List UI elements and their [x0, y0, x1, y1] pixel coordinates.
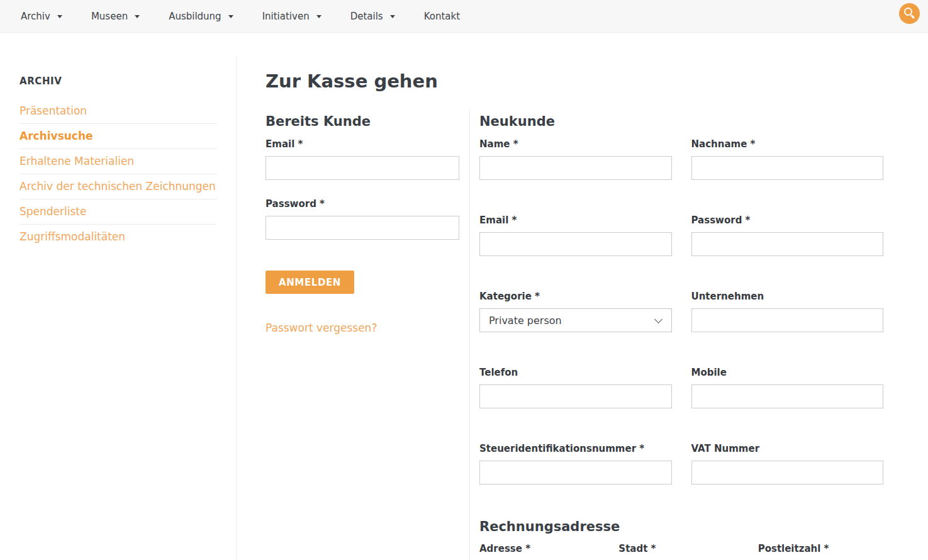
page-title: Zur Kasse gehen	[266, 72, 928, 91]
register-column: Neukunde Name * Nachname * Email *	[479, 114, 883, 560]
sidebar-item-spenderliste[interactable]: Spenderliste	[20, 199, 217, 225]
name-input[interactable]	[479, 156, 672, 180]
nav-item-label: Archiv	[21, 11, 50, 22]
sidebar-item-zugriffsmodalitaeten[interactable]: Zugriffsmodalitäten	[20, 225, 217, 249]
sidebar: ARCHIV Präsentation Archivsuche Erhalten…	[0, 33, 236, 560]
register-field-grid: Name * Nachname * Email * Password *	[479, 138, 883, 519]
main-content: Zur Kasse gehen Bereits Kunde Email * Pa…	[236, 33, 928, 560]
register-heading: Neukunde	[479, 114, 883, 129]
login-email-field: Email *	[266, 138, 459, 180]
main-nav: Archiv Museen Ausbildung Initiativen Det…	[6, 11, 474, 22]
nav-item-label: Kontakt	[424, 11, 460, 22]
login-password-label: Password *	[266, 198, 459, 210]
adresse-label: Adresse *	[479, 543, 605, 555]
nav-item-details[interactable]: Details	[336, 11, 410, 22]
vat-label: VAT Nummer	[691, 443, 884, 455]
kategorie-label: Kategorie *	[479, 291, 672, 303]
nachname-field: Nachname *	[691, 138, 884, 180]
nav-item-label: Museen	[91, 11, 128, 22]
nav-item-initiativen[interactable]: Initiativen	[248, 11, 336, 22]
nachname-input[interactable]	[691, 156, 884, 180]
billing-field-grid: Adresse * Stadt * Postleitzahl *	[479, 543, 883, 560]
unternehmen-label: Unternehmen	[691, 291, 884, 303]
steuernummer-field: Steueridentifikationsnummer *	[479, 443, 672, 484]
register-email-input[interactable]	[479, 232, 672, 256]
sidebar-item-praesentation[interactable]: Präsentation	[20, 99, 217, 124]
adresse-field: Adresse *	[479, 543, 605, 560]
name-label: Name *	[479, 138, 672, 150]
nav-item-kontakt[interactable]: Kontakt	[410, 11, 474, 22]
checkout-section: Bereits Kunde Email * Password * ANMELDE…	[266, 114, 928, 560]
mobile-label: Mobile	[691, 367, 884, 379]
search-button[interactable]	[899, 3, 920, 24]
anmelden-button[interactable]: ANMELDEN	[266, 271, 354, 294]
name-field: Name *	[479, 138, 672, 180]
register-password-input[interactable]	[691, 232, 884, 256]
sidebar-menu: Präsentation Archivsuche Erhaltene Mater…	[20, 99, 217, 249]
login-password-field: Password *	[266, 198, 459, 240]
nav-item-ausbildung[interactable]: Ausbildung	[154, 11, 248, 22]
page-layout: ARCHIV Präsentation Archivsuche Erhalten…	[0, 33, 928, 560]
forgot-password-link[interactable]: Passwort vergessen?	[266, 322, 377, 334]
chevron-down-icon	[654, 315, 662, 323]
dropdown-caret-icon	[135, 15, 140, 18]
nachname-label: Nachname *	[691, 138, 884, 150]
register-password-field: Password *	[691, 215, 884, 256]
sidebar-item-erhaltene-materialien[interactable]: Erhaltene Materialien	[20, 149, 217, 174]
sidebar-item-archiv-technische-zeichnungen[interactable]: Archiv der technischen Zeichnungen	[20, 174, 217, 199]
sidebar-title: ARCHIV	[20, 76, 217, 87]
mobile-input[interactable]	[691, 384, 884, 408]
login-email-input[interactable]	[266, 156, 459, 180]
nav-item-museen[interactable]: Museen	[77, 11, 154, 22]
login-email-label: Email *	[266, 138, 459, 150]
dropdown-caret-icon	[316, 15, 321, 18]
stadt-field: Stadt *	[618, 543, 744, 560]
postleitzahl-field: Postleitzahl *	[758, 543, 883, 560]
dropdown-caret-icon	[57, 15, 62, 18]
steuernummer-label: Steueridentifikationsnummer *	[479, 443, 672, 455]
unternehmen-input[interactable]	[691, 308, 884, 332]
nav-item-label: Ausbildung	[169, 11, 221, 22]
postleitzahl-label: Postleitzahl *	[758, 543, 883, 555]
unternehmen-field: Unternehmen	[691, 291, 884, 332]
register-email-label: Email *	[479, 215, 672, 227]
kategorie-selected-value: Private person	[489, 315, 562, 327]
login-heading: Bereits Kunde	[266, 114, 459, 129]
sidebar-item-archivsuche[interactable]: Archivsuche	[20, 124, 217, 149]
kategorie-field: Kategorie * Private person	[479, 291, 672, 332]
register-password-label: Password *	[691, 215, 884, 227]
dropdown-caret-icon	[390, 15, 395, 18]
telefon-field: Telefon	[479, 367, 672, 408]
billing-heading: Rechnungsadresse	[479, 519, 883, 534]
login-password-input[interactable]	[266, 216, 459, 240]
telefon-input[interactable]	[479, 384, 672, 408]
vat-field: VAT Nummer	[691, 443, 884, 484]
column-divider	[469, 110, 470, 560]
stadt-label: Stadt *	[618, 543, 744, 555]
vat-input[interactable]	[691, 461, 884, 484]
sidebar-divider	[236, 55, 237, 560]
nav-item-label: Initiativen	[262, 11, 310, 22]
telefon-label: Telefon	[479, 367, 672, 379]
dropdown-caret-icon	[228, 15, 233, 18]
register-email-field: Email *	[479, 215, 672, 256]
mobile-field: Mobile	[691, 367, 884, 408]
kategorie-select[interactable]: Private person	[479, 308, 672, 332]
nav-item-archiv[interactable]: Archiv	[6, 11, 77, 22]
nav-item-label: Details	[350, 11, 383, 22]
login-column: Bereits Kunde Email * Password * ANMELDE…	[266, 114, 459, 560]
steuernummer-input[interactable]	[479, 461, 672, 484]
top-header: Archiv Museen Ausbildung Initiativen Det…	[0, 0, 928, 33]
search-icon	[899, 3, 920, 24]
